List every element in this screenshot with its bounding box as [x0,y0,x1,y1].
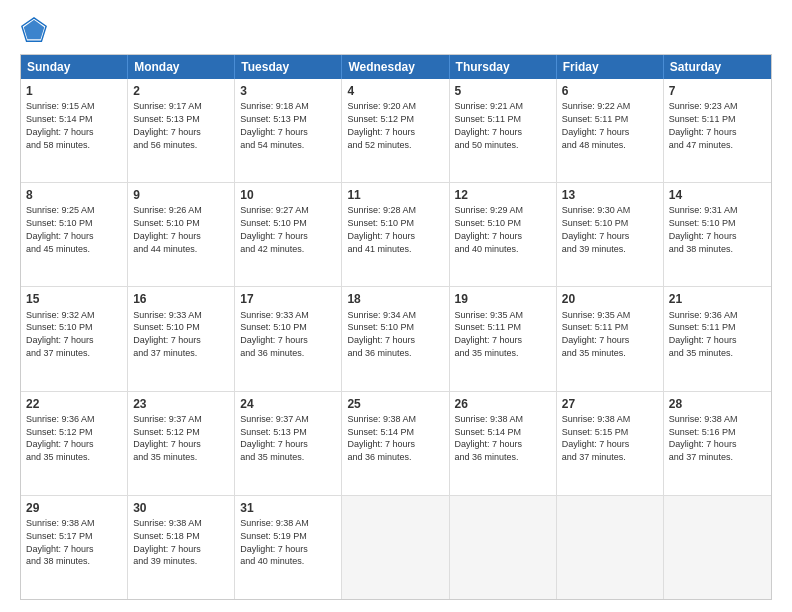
day-number: 3 [240,83,336,99]
calendar: SundayMondayTuesdayWednesdayThursdayFrid… [20,54,772,600]
day-cell-3: 3Sunrise: 9:18 AMSunset: 5:13 PMDaylight… [235,79,342,182]
day-number: 31 [240,500,336,516]
day-info: Sunrise: 9:38 AMSunset: 5:18 PMDaylight:… [133,518,202,566]
day-cell-12: 12Sunrise: 9:29 AMSunset: 5:10 PMDayligh… [450,183,557,286]
calendar-row-3: 15Sunrise: 9:32 AMSunset: 5:10 PMDayligh… [21,286,771,390]
day-number: 12 [455,187,551,203]
day-number: 13 [562,187,658,203]
day-info: Sunrise: 9:32 AMSunset: 5:10 PMDaylight:… [26,310,95,358]
day-cell-31: 31Sunrise: 9:38 AMSunset: 5:19 PMDayligh… [235,496,342,599]
day-cell-21: 21Sunrise: 9:36 AMSunset: 5:11 PMDayligh… [664,287,771,390]
day-cell-14: 14Sunrise: 9:31 AMSunset: 5:10 PMDayligh… [664,183,771,286]
day-info: Sunrise: 9:36 AMSunset: 5:12 PMDaylight:… [26,414,95,462]
day-cell-20: 20Sunrise: 9:35 AMSunset: 5:11 PMDayligh… [557,287,664,390]
day-number: 19 [455,291,551,307]
day-info: Sunrise: 9:26 AMSunset: 5:10 PMDaylight:… [133,205,202,253]
day-number: 17 [240,291,336,307]
day-number: 15 [26,291,122,307]
day-number: 23 [133,396,229,412]
empty-cell [664,496,771,599]
weekday-header-thursday: Thursday [450,55,557,79]
day-number: 24 [240,396,336,412]
day-cell-7: 7Sunrise: 9:23 AMSunset: 5:11 PMDaylight… [664,79,771,182]
day-cell-27: 27Sunrise: 9:38 AMSunset: 5:15 PMDayligh… [557,392,664,495]
day-cell-26: 26Sunrise: 9:38 AMSunset: 5:14 PMDayligh… [450,392,557,495]
day-cell-1: 1Sunrise: 9:15 AMSunset: 5:14 PMDaylight… [21,79,128,182]
logo-icon [20,16,48,44]
day-info: Sunrise: 9:21 AMSunset: 5:11 PMDaylight:… [455,101,524,149]
day-number: 16 [133,291,229,307]
day-info: Sunrise: 9:33 AMSunset: 5:10 PMDaylight:… [133,310,202,358]
day-cell-17: 17Sunrise: 9:33 AMSunset: 5:10 PMDayligh… [235,287,342,390]
day-cell-30: 30Sunrise: 9:38 AMSunset: 5:18 PMDayligh… [128,496,235,599]
day-info: Sunrise: 9:20 AMSunset: 5:12 PMDaylight:… [347,101,416,149]
day-info: Sunrise: 9:38 AMSunset: 5:15 PMDaylight:… [562,414,631,462]
day-cell-6: 6Sunrise: 9:22 AMSunset: 5:11 PMDaylight… [557,79,664,182]
day-number: 18 [347,291,443,307]
weekday-header-saturday: Saturday [664,55,771,79]
day-cell-10: 10Sunrise: 9:27 AMSunset: 5:10 PMDayligh… [235,183,342,286]
day-info: Sunrise: 9:38 AMSunset: 5:14 PMDaylight:… [455,414,524,462]
day-cell-19: 19Sunrise: 9:35 AMSunset: 5:11 PMDayligh… [450,287,557,390]
day-number: 8 [26,187,122,203]
day-info: Sunrise: 9:15 AMSunset: 5:14 PMDaylight:… [26,101,95,149]
calendar-body: 1Sunrise: 9:15 AMSunset: 5:14 PMDaylight… [21,79,771,599]
day-number: 21 [669,291,766,307]
day-number: 11 [347,187,443,203]
day-info: Sunrise: 9:18 AMSunset: 5:13 PMDaylight:… [240,101,309,149]
day-info: Sunrise: 9:37 AMSunset: 5:13 PMDaylight:… [240,414,309,462]
day-cell-11: 11Sunrise: 9:28 AMSunset: 5:10 PMDayligh… [342,183,449,286]
day-info: Sunrise: 9:35 AMSunset: 5:11 PMDaylight:… [562,310,631,358]
day-cell-15: 15Sunrise: 9:32 AMSunset: 5:10 PMDayligh… [21,287,128,390]
day-cell-2: 2Sunrise: 9:17 AMSunset: 5:13 PMDaylight… [128,79,235,182]
day-info: Sunrise: 9:22 AMSunset: 5:11 PMDaylight:… [562,101,631,149]
day-number: 28 [669,396,766,412]
day-number: 14 [669,187,766,203]
day-info: Sunrise: 9:17 AMSunset: 5:13 PMDaylight:… [133,101,202,149]
day-number: 9 [133,187,229,203]
page: SundayMondayTuesdayWednesdayThursdayFrid… [0,0,792,612]
weekday-header-sunday: Sunday [21,55,128,79]
day-number: 27 [562,396,658,412]
day-number: 7 [669,83,766,99]
day-number: 10 [240,187,336,203]
day-number: 22 [26,396,122,412]
header [20,16,772,44]
day-cell-8: 8Sunrise: 9:25 AMSunset: 5:10 PMDaylight… [21,183,128,286]
day-cell-13: 13Sunrise: 9:30 AMSunset: 5:10 PMDayligh… [557,183,664,286]
day-number: 25 [347,396,443,412]
day-number: 2 [133,83,229,99]
day-info: Sunrise: 9:27 AMSunset: 5:10 PMDaylight:… [240,205,309,253]
day-info: Sunrise: 9:31 AMSunset: 5:10 PMDaylight:… [669,205,738,253]
calendar-row-2: 8Sunrise: 9:25 AMSunset: 5:10 PMDaylight… [21,182,771,286]
day-number: 5 [455,83,551,99]
day-info: Sunrise: 9:23 AMSunset: 5:11 PMDaylight:… [669,101,738,149]
day-number: 4 [347,83,443,99]
day-info: Sunrise: 9:29 AMSunset: 5:10 PMDaylight:… [455,205,524,253]
day-number: 30 [133,500,229,516]
day-info: Sunrise: 9:37 AMSunset: 5:12 PMDaylight:… [133,414,202,462]
day-number: 6 [562,83,658,99]
day-info: Sunrise: 9:38 AMSunset: 5:17 PMDaylight:… [26,518,95,566]
weekday-header-friday: Friday [557,55,664,79]
empty-cell [557,496,664,599]
weekday-header-monday: Monday [128,55,235,79]
day-cell-5: 5Sunrise: 9:21 AMSunset: 5:11 PMDaylight… [450,79,557,182]
calendar-row-5: 29Sunrise: 9:38 AMSunset: 5:17 PMDayligh… [21,495,771,599]
day-cell-23: 23Sunrise: 9:37 AMSunset: 5:12 PMDayligh… [128,392,235,495]
day-cell-9: 9Sunrise: 9:26 AMSunset: 5:10 PMDaylight… [128,183,235,286]
day-cell-16: 16Sunrise: 9:33 AMSunset: 5:10 PMDayligh… [128,287,235,390]
logo [20,16,52,44]
day-info: Sunrise: 9:34 AMSunset: 5:10 PMDaylight:… [347,310,416,358]
day-cell-25: 25Sunrise: 9:38 AMSunset: 5:14 PMDayligh… [342,392,449,495]
day-number: 26 [455,396,551,412]
day-info: Sunrise: 9:25 AMSunset: 5:10 PMDaylight:… [26,205,95,253]
day-info: Sunrise: 9:38 AMSunset: 5:16 PMDaylight:… [669,414,738,462]
calendar-row-4: 22Sunrise: 9:36 AMSunset: 5:12 PMDayligh… [21,391,771,495]
day-cell-28: 28Sunrise: 9:38 AMSunset: 5:16 PMDayligh… [664,392,771,495]
empty-cell [342,496,449,599]
day-number: 20 [562,291,658,307]
day-number: 29 [26,500,122,516]
day-cell-22: 22Sunrise: 9:36 AMSunset: 5:12 PMDayligh… [21,392,128,495]
day-number: 1 [26,83,122,99]
